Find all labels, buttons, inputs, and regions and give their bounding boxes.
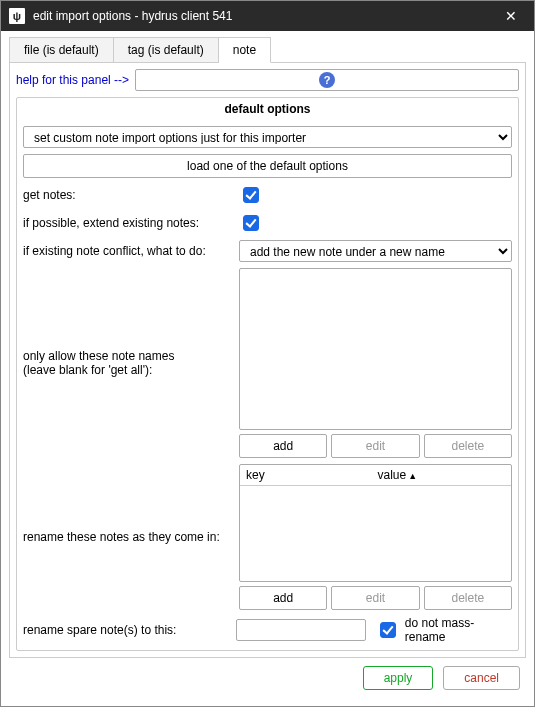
tab-tag[interactable]: tag (is default) — [114, 37, 219, 63]
rename-map-delete-button[interactable]: delete — [424, 586, 512, 610]
default-options-fieldset: default options set custom note import o… — [16, 97, 519, 651]
rename-map-button-row: add edit delete — [239, 586, 512, 610]
question-icon: ? — [319, 72, 335, 88]
rename-map-col-value[interactable]: value▲ — [378, 468, 506, 482]
spare-rename-input[interactable] — [236, 619, 366, 641]
allow-names-edit-button[interactable]: edit — [331, 434, 419, 458]
rename-map-col: key value▲ add edit delete — [239, 464, 512, 610]
preset-select[interactable]: set custom note import options just for … — [23, 126, 512, 148]
default-options-legend: default options — [23, 102, 512, 116]
tab-bar: file (is default) tag (is default) note — [9, 37, 526, 63]
conflict-label: if existing note conflict, what to do: — [23, 244, 231, 258]
conflict-select[interactable]: add the new note under a new name — [239, 240, 512, 262]
allow-names-add-button[interactable]: add — [239, 434, 327, 458]
allow-names-delete-button[interactable]: delete — [424, 434, 512, 458]
allow-names-listbox[interactable] — [239, 268, 512, 430]
footer: apply cancel — [9, 658, 526, 698]
rename-map-add-button[interactable]: add — [239, 586, 327, 610]
tab-pane-note: help for this panel --> ? default option… — [9, 62, 526, 658]
app-icon: ψ — [9, 8, 25, 24]
rename-map-edit-button[interactable]: edit — [331, 586, 419, 610]
no-mass-rename-label: do not mass-rename — [405, 616, 512, 644]
window: ψ edit import options - hydrus client 54… — [0, 0, 535, 707]
extend-existing-checkbox[interactable] — [243, 215, 259, 231]
cancel-button[interactable]: cancel — [443, 666, 520, 690]
get-notes-checkbox[interactable] — [243, 187, 259, 203]
spare-rename-row: rename spare note(s) to this: do not mas… — [23, 616, 512, 644]
help-box[interactable]: ? — [135, 69, 519, 91]
get-notes-label: get notes: — [23, 188, 231, 202]
close-icon[interactable]: ✕ — [496, 8, 526, 24]
allow-names-col: add edit delete — [239, 268, 512, 458]
help-row: help for this panel --> ? — [16, 69, 519, 91]
rename-map-section: rename these notes as they come in: key … — [23, 464, 512, 610]
allow-names-button-row: add edit delete — [239, 434, 512, 458]
rename-map-label: rename these notes as they come in: — [23, 530, 231, 544]
rename-map-listbox[interactable]: key value▲ — [239, 464, 512, 582]
rename-map-col-key[interactable]: key — [246, 468, 374, 482]
window-title: edit import options - hydrus client 541 — [33, 9, 496, 23]
get-notes-row: get notes: — [23, 184, 512, 206]
no-mass-rename-checkbox[interactable] — [380, 622, 396, 638]
window-body: file (is default) tag (is default) note … — [1, 31, 534, 706]
help-link[interactable]: help for this panel --> — [16, 73, 129, 87]
extend-existing-label: if possible, extend existing notes: — [23, 216, 231, 230]
conflict-row: if existing note conflict, what to do: a… — [23, 240, 512, 262]
sort-asc-icon: ▲ — [408, 471, 417, 481]
spare-rename-label: rename spare note(s) to this: — [23, 623, 226, 637]
extend-existing-row: if possible, extend existing notes: — [23, 212, 512, 234]
rename-map-header: key value▲ — [240, 465, 511, 486]
tab-file[interactable]: file (is default) — [9, 37, 114, 63]
apply-button[interactable]: apply — [363, 666, 434, 690]
allow-names-section: only allow these note names (leave blank… — [23, 268, 512, 458]
allow-names-label: only allow these note names (leave blank… — [23, 349, 231, 377]
tab-note[interactable]: note — [219, 37, 271, 63]
load-default-button[interactable]: load one of the default options — [23, 154, 512, 178]
titlebar: ψ edit import options - hydrus client 54… — [1, 1, 534, 31]
